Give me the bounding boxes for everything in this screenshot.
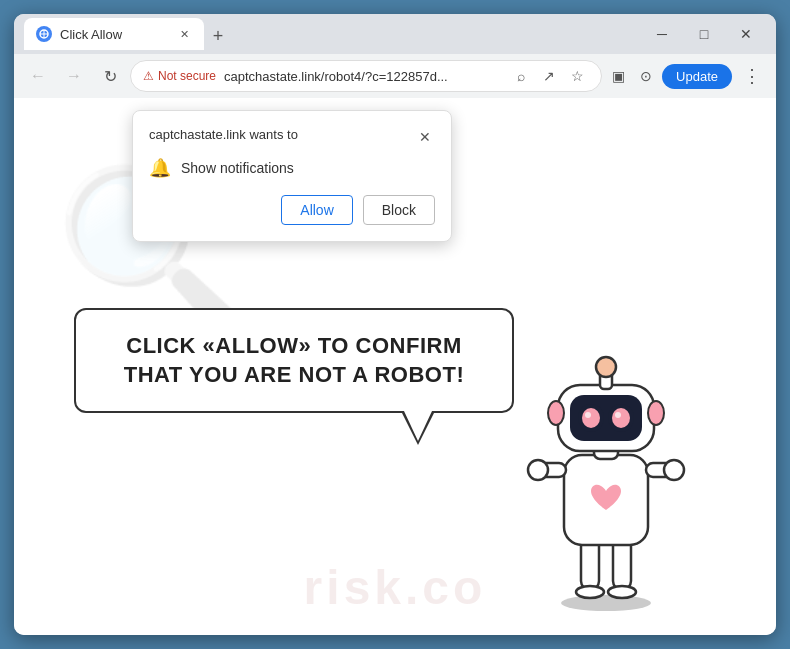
speech-bubble: CLICK «ALLOW» TO CONFIRM THAT YOU ARE NO… [74,308,514,413]
svg-point-6 [576,586,604,598]
share-icon[interactable]: ↗ [537,64,561,88]
tab-close-button[interactable]: ✕ [176,26,192,42]
watermark-text: risk.co [304,560,487,615]
svg-point-20 [585,412,591,418]
update-button[interactable]: Update [662,64,732,89]
warning-icon: ⚠ [143,69,154,83]
svg-point-11 [528,460,548,480]
address-action-icons: ⌕ ↗ ☆ [509,64,589,88]
close-button[interactable]: ✕ [726,19,766,49]
active-tab[interactable]: Click Allow ✕ [24,18,204,50]
svg-point-23 [596,357,616,377]
svg-point-21 [615,412,621,418]
reload-button[interactable]: ↻ [94,60,126,92]
svg-point-7 [608,586,636,598]
svg-point-24 [548,401,564,425]
popup-site-text: captchastate.link wants to [149,127,298,142]
address-bar[interactable]: ⚠ Not secure captchastate.link/robot4/?c… [130,60,602,92]
new-tab-button[interactable]: + [204,22,232,50]
bookmark-icon[interactable]: ☆ [565,64,589,88]
svg-point-3 [561,595,651,611]
address-text: captchastate.link/robot4/?c=122857d... [224,69,501,84]
svg-point-25 [648,401,664,425]
menu-button[interactable]: ⋮ [736,60,768,92]
not-secure-badge: ⚠ Not secure [143,69,216,83]
popup-close-button[interactable]: ✕ [415,127,435,147]
navigation-bar: ← → ↻ ⚠ Not secure captchastate.link/rob… [14,54,776,98]
popup-buttons: Allow Block [149,195,435,225]
minimize-button[interactable]: ─ [642,19,682,49]
robot-illustration [496,295,716,615]
not-secure-label: Not secure [158,69,216,83]
sidebar-icon[interactable]: ▣ [606,64,630,88]
back-button[interactable]: ← [22,60,54,92]
svg-point-19 [612,408,630,428]
forward-button[interactable]: → [58,60,90,92]
svg-point-12 [664,460,684,480]
title-bar: Click Allow ✕ + ─ □ ✕ [14,14,776,54]
tab-bar: Click Allow ✕ + [24,18,634,50]
block-button[interactable]: Block [363,195,435,225]
bell-icon: 🔔 [149,157,171,179]
maximize-button[interactable]: □ [684,19,724,49]
allow-button[interactable]: Allow [281,195,352,225]
tab-favicon [36,26,52,42]
search-icon[interactable]: ⌕ [509,64,533,88]
tab-title: Click Allow [60,27,168,42]
notification-row: 🔔 Show notifications [149,157,435,179]
browser-window: Click Allow ✕ + ─ □ ✕ ← → ↻ ⚠ Not secure… [14,14,776,635]
profile-icon[interactable]: ⊙ [634,64,658,88]
toolbar-right: ▣ ⊙ Update ⋮ [606,60,768,92]
notification-label: Show notifications [181,160,294,176]
window-controls: ─ □ ✕ [642,19,766,49]
svg-point-17 [582,408,600,428]
main-content: 🔍 risk.co captchastate.link wants to ✕ 🔔… [14,98,776,635]
popup-header: captchastate.link wants to ✕ [149,127,435,147]
notification-popup: captchastate.link wants to ✕ 🔔 Show noti… [132,110,452,242]
speech-bubble-text: CLICK «ALLOW» TO CONFIRM THAT YOU ARE NO… [124,333,464,387]
